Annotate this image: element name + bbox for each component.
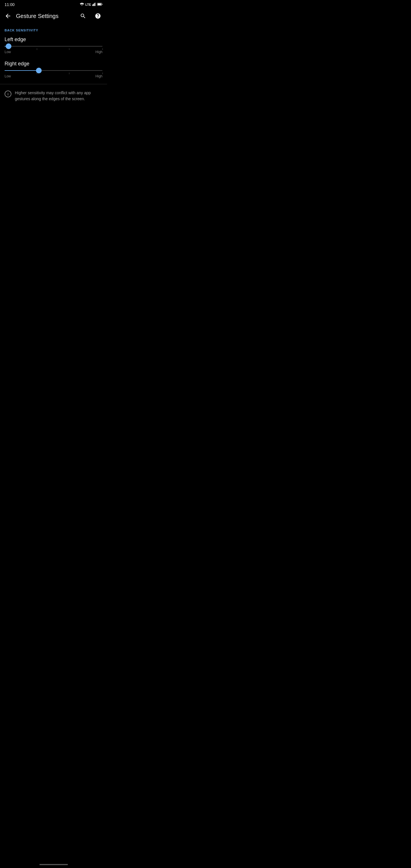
lte-icon: LTE [85, 3, 91, 6]
right-edge-slider-container [5, 70, 102, 71]
battery-icon [97, 2, 102, 7]
right-edge-track[interactable] [5, 70, 102, 71]
svg-rect-6 [102, 4, 102, 5]
left-edge-range-labels: Low High [5, 50, 102, 54]
right-edge-fill [5, 70, 39, 71]
signal-icon [92, 2, 96, 7]
right-tick-1 [37, 72, 37, 74]
right-edge-high-label: High [95, 74, 102, 78]
search-button[interactable] [76, 9, 90, 23]
status-icons: LTE [80, 2, 102, 7]
svg-rect-3 [94, 3, 95, 6]
right-edge-low-label: Low [5, 74, 11, 78]
section-header: BACK SENSITIVITY [0, 24, 107, 34]
left-edge-thumb[interactable] [6, 43, 11, 49]
right-tick-3 [102, 72, 103, 74]
section-divider [0, 84, 107, 84]
left-tick-1 [37, 48, 37, 50]
page-title: Gesture Settings [16, 13, 76, 20]
wifi-icon [80, 2, 84, 7]
help-button[interactable] [91, 9, 105, 23]
status-bar: 11:00 LTE [0, 0, 107, 8]
left-tick-2 [69, 48, 69, 50]
right-edge-section: Right edge Low High [0, 59, 107, 83]
status-time: 11:00 [5, 2, 14, 7]
left-edge-low-label: Low [5, 50, 11, 54]
svg-rect-7 [98, 3, 101, 5]
left-tick-3 [102, 48, 103, 50]
info-section: i Higher sensitivity may conflict with a… [0, 85, 107, 106]
left-edge-high-label: High [95, 50, 102, 54]
left-edge-track[interactable] [5, 46, 102, 46]
info-text: Higher sensitivity may conflict with any… [15, 90, 102, 102]
svg-rect-1 [93, 4, 94, 6]
right-tick-2 [69, 72, 69, 74]
left-edge-label: Left edge [5, 36, 102, 42]
back-button[interactable] [1, 9, 15, 23]
left-edge-section: Left edge Low High [0, 34, 107, 59]
svg-rect-0 [92, 5, 93, 6]
right-edge-label: Right edge [5, 61, 102, 67]
toolbar-actions [76, 9, 105, 23]
left-edge-slider-container [5, 46, 102, 46]
svg-rect-4 [95, 3, 96, 6]
toolbar: Gesture Settings [0, 8, 107, 24]
svg-rect-2 [94, 3, 94, 6]
right-edge-range-labels: Low High [5, 74, 102, 78]
info-icon: i [5, 91, 11, 97]
